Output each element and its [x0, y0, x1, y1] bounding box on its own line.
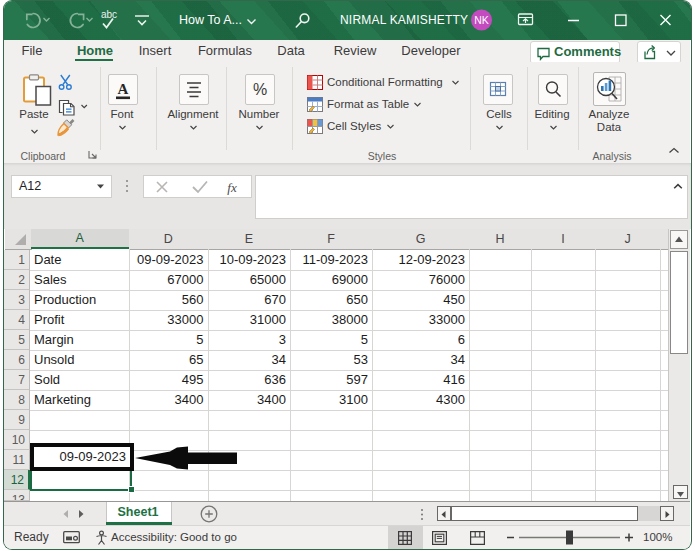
svg-text:abc: abc: [101, 9, 117, 20]
svg-text:NK: NK: [474, 14, 489, 26]
svg-text:fx: fx: [227, 180, 237, 195]
svg-text:A: A: [118, 81, 129, 97]
svg-text:%: %: [253, 81, 267, 98]
